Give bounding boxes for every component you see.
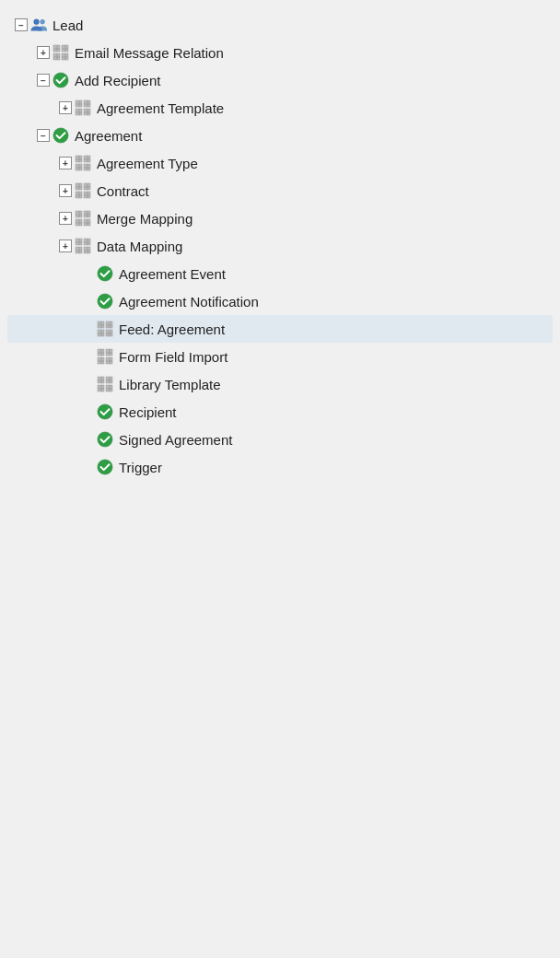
item-label-feed-agreement: Feed: Agreement <box>119 321 225 337</box>
svg-rect-65 <box>84 239 90 245</box>
item-label-contract: Contract <box>97 183 149 199</box>
svg-rect-55 <box>84 219 90 226</box>
tree-item-data-mapping[interactable]: + Data Mapping <box>7 232 553 260</box>
toggle-minus[interactable]: − <box>37 74 50 87</box>
svg-point-0 <box>41 19 45 24</box>
svg-rect-92 <box>98 357 104 364</box>
svg-rect-67 <box>84 247 90 253</box>
grid-icon <box>75 210 91 227</box>
svg-rect-52 <box>76 211 82 217</box>
tree-item-signed-agreement[interactable]: Signed Agreement <box>7 426 553 453</box>
tree-item-agreement-event[interactable]: Agreement Event <box>7 260 553 287</box>
item-label-agreement-type: Agreement Type <box>97 156 198 171</box>
item-label-add-recipient: Add Recipient <box>75 73 160 88</box>
item-label-lead: Lead <box>52 18 83 33</box>
check-icon <box>52 127 69 144</box>
tree-item-contract[interactable]: + Contract <box>7 177 553 204</box>
svg-rect-80 <box>98 330 104 336</box>
check-icon <box>97 293 113 310</box>
svg-rect-42 <box>76 192 82 198</box>
svg-point-1 <box>34 19 40 25</box>
grid-icon <box>97 321 113 337</box>
grid-icon <box>97 348 113 365</box>
tree-container: − Lead + Email Message Relation − Add Re… <box>0 0 560 492</box>
svg-point-115 <box>98 432 112 447</box>
check-icon <box>97 403 113 420</box>
svg-rect-103 <box>106 377 112 383</box>
tree-item-agreement[interactable]: − Agreement <box>7 122 553 149</box>
svg-point-14 <box>53 73 68 88</box>
svg-rect-64 <box>76 239 82 245</box>
check-icon <box>97 265 113 282</box>
toggle-plus[interactable]: + <box>59 101 72 114</box>
svg-rect-91 <box>106 349 112 356</box>
svg-rect-78 <box>98 321 104 328</box>
tree-item-email-message-relation[interactable]: + Email Message Relation <box>7 39 553 66</box>
svg-rect-28 <box>76 156 82 162</box>
svg-rect-17 <box>76 109 82 115</box>
svg-rect-102 <box>98 377 104 383</box>
toggle-plus[interactable]: + <box>37 46 50 59</box>
item-label-signed-agreement: Signed Agreement <box>119 432 232 448</box>
svg-rect-43 <box>84 192 90 198</box>
tree-item-form-field-import[interactable]: Form Field Import <box>7 343 553 370</box>
svg-point-114 <box>98 404 112 419</box>
tree-item-agreement-type[interactable]: + Agreement Type <box>7 149 553 177</box>
svg-rect-54 <box>76 219 82 226</box>
svg-rect-90 <box>98 349 104 356</box>
item-label-email-message-relation: Email Message Relation <box>75 45 224 61</box>
item-label-agreement-template: Agreement Template <box>97 100 224 116</box>
check-icon <box>97 431 113 448</box>
tree-item-trigger[interactable]: Trigger <box>7 453 553 481</box>
tree-root: − Lead + Email Message Relation − Add Re… <box>7 11 553 481</box>
svg-rect-15 <box>76 100 82 107</box>
tree-item-agreement-template[interactable]: + Agreement Template <box>7 94 553 122</box>
item-label-recipient: Recipient <box>119 404 177 420</box>
svg-rect-31 <box>84 164 90 170</box>
svg-rect-93 <box>106 357 112 364</box>
svg-rect-29 <box>84 156 90 162</box>
svg-rect-30 <box>76 164 82 170</box>
item-label-trigger: Trigger <box>119 460 162 475</box>
item-label-agreement-event: Agreement Event <box>119 266 226 282</box>
svg-rect-3 <box>62 45 68 52</box>
tree-item-merge-mapping[interactable]: + Merge Mapping <box>7 204 553 232</box>
tree-item-feed-agreement[interactable]: Feed: Agreement <box>7 315 553 343</box>
grid-icon <box>75 99 91 116</box>
check-icon <box>97 459 113 475</box>
svg-rect-81 <box>106 330 112 336</box>
toggle-minus[interactable]: − <box>37 129 50 142</box>
tree-item-agreement-notification[interactable]: Agreement Notification <box>7 287 553 315</box>
svg-rect-53 <box>84 211 90 217</box>
tree-item-lead[interactable]: − Lead <box>7 11 553 39</box>
toggle-plus[interactable]: + <box>59 184 72 197</box>
svg-rect-16 <box>84 100 90 107</box>
grid-icon <box>97 376 113 392</box>
svg-rect-5 <box>62 53 68 60</box>
svg-rect-66 <box>76 247 82 253</box>
item-label-library-template: Library Template <box>119 377 221 392</box>
toggle-plus[interactable]: + <box>59 157 72 169</box>
item-label-merge-mapping: Merge Mapping <box>97 211 192 227</box>
tree-item-recipient[interactable]: Recipient <box>7 398 553 426</box>
svg-rect-4 <box>53 53 60 60</box>
grid-icon <box>75 182 91 199</box>
svg-point-76 <box>98 266 112 281</box>
svg-rect-104 <box>98 385 104 391</box>
toggle-minus[interactable]: − <box>15 18 28 31</box>
tree-item-library-template[interactable]: Library Template <box>7 370 553 398</box>
svg-point-116 <box>98 460 112 474</box>
svg-rect-40 <box>76 183 82 190</box>
check-icon <box>52 72 69 88</box>
svg-point-77 <box>98 294 112 309</box>
tree-item-add-recipient[interactable]: − Add Recipient <box>7 66 553 94</box>
toggle-plus[interactable]: + <box>59 240 72 252</box>
svg-rect-2 <box>53 45 60 52</box>
group-icon <box>30 17 47 33</box>
grid-icon <box>52 44 69 61</box>
svg-point-27 <box>53 128 68 143</box>
item-label-data-mapping: Data Mapping <box>97 239 182 254</box>
toggle-plus[interactable]: + <box>59 212 72 225</box>
item-label-form-field-import: Form Field Import <box>119 349 228 365</box>
item-label-agreement: Agreement <box>75 128 142 144</box>
